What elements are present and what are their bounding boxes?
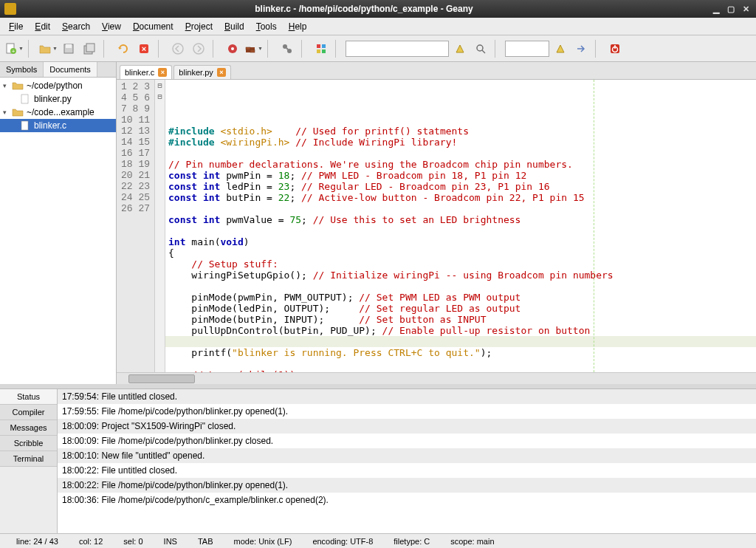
save-all-button[interactable] (80, 39, 99, 58)
message-row[interactable]: 18:00:22: File /home/pi/code/python/blin… (58, 478, 756, 493)
svg-rect-4 (66, 44, 72, 48)
quit-button[interactable] (605, 39, 625, 58)
save-button[interactable] (59, 39, 78, 58)
editor-tab-blinker-c[interactable]: blinker.c× (120, 65, 172, 79)
bottom-panel: StatusCompilerMessagesScribbleTerminal 1… (0, 388, 756, 533)
editor-tabs: blinker.c×blinker.py× (117, 62, 756, 80)
status-mode: mode: Unix (LF) (224, 537, 303, 546)
maximize-button[interactable]: ▢ (725, 3, 737, 15)
sidebar-tab-symbols[interactable]: Symbols (0, 62, 44, 77)
compile-button[interactable] (223, 39, 242, 58)
back-button[interactable] (168, 39, 188, 58)
file-icon (19, 94, 31, 104)
search-clear-button[interactable] (450, 39, 470, 58)
status-encoding: encoding: UTF-8 (302, 537, 383, 546)
menubar: FileEditSearchViewDocumentProjectBuildTo… (0, 18, 756, 35)
svg-line-18 (286, 48, 288, 49)
folder-icon (12, 107, 24, 117)
document-tree[interactable]: ▾~/code/pythonblinker.py▾~/code...exampl… (0, 78, 116, 384)
sidebar: SymbolsDocuments ▾~/code/pythonblinker.p… (0, 62, 117, 384)
svg-point-9 (173, 44, 183, 54)
bottom-tab-terminal[interactable]: Terminal (0, 451, 57, 467)
menu-project[interactable]: Project (179, 20, 219, 33)
search-find-button[interactable] (471, 39, 490, 58)
toolbar: +▼ ▼ × ▼ (0, 35, 756, 62)
tree-file[interactable]: blinker.py (0, 92, 116, 106)
reload-button[interactable] (114, 39, 133, 58)
minimize-button[interactable]: ▁ (710, 3, 722, 15)
message-row[interactable]: 18:00:09: File /home/pi/code/python/blin… (58, 434, 756, 448)
status-col: col: 12 (69, 537, 113, 546)
svg-text:+: + (12, 48, 16, 55)
status-ins: INS (154, 537, 188, 546)
build-button[interactable]: ▼ (244, 39, 263, 58)
code-area[interactable]: #include <stdio.h> // Used for printf() … (165, 80, 756, 372)
bottom-tab-compiler[interactable]: Compiler (0, 405, 57, 420)
message-row[interactable]: 18:00:22: File untitled closed. (58, 463, 756, 478)
svg-rect-28 (21, 95, 28, 103)
goto-clear-button[interactable] (551, 39, 570, 58)
goto-button[interactable] (571, 39, 591, 58)
svg-rect-21 (317, 49, 320, 53)
status-tab: TAB (188, 537, 224, 546)
tree-folder[interactable]: ▾~/code/python (0, 79, 116, 92)
message-row[interactable]: 18:00:36: File /home/pi/code/python/c_ex… (58, 493, 756, 507)
color-chooser-button[interactable] (312, 39, 331, 58)
svg-point-23 (477, 45, 483, 51)
horizontal-scrollbar[interactable] (117, 372, 756, 384)
editor: blinker.c×blinker.py× 1 2 3 4 5 6 7 8 9 … (117, 62, 756, 384)
menu-tools[interactable]: Tools (250, 20, 283, 33)
svg-rect-29 (21, 121, 28, 130)
svg-point-10 (193, 44, 204, 54)
open-file-button[interactable]: ▼ (38, 39, 58, 58)
fold-column[interactable]: ⊟ ⊟ (155, 80, 165, 372)
close-button[interactable]: ✕ (740, 3, 752, 15)
close-tab-icon[interactable]: × (158, 68, 167, 77)
svg-point-12 (231, 47, 234, 50)
file-icon (19, 120, 31, 131)
menu-view[interactable]: View (96, 20, 127, 33)
status-sel: sel: 0 (113, 537, 153, 546)
window-title: blinker.c - /home/pi/code/python/c_examp… (21, 4, 707, 14)
menu-build[interactable]: Build (219, 20, 250, 33)
run-button[interactable] (278, 39, 297, 58)
bottom-tab-scribble[interactable]: Scribble (0, 436, 57, 451)
svg-rect-22 (322, 49, 326, 53)
sidebar-tab-documents[interactable]: Documents (44, 62, 97, 77)
svg-line-24 (482, 50, 485, 53)
message-row[interactable]: 18:00:09: Project "SX1509-WiringPi" clos… (58, 419, 756, 434)
bottom-tab-status[interactable]: Status (0, 389, 57, 405)
menu-edit[interactable]: Edit (29, 20, 56, 33)
message-row[interactable]: 17:59:55: File /home/pi/code/python/blin… (58, 404, 756, 419)
message-row[interactable]: 18:00:10: New file "untitled" opened. (58, 448, 756, 463)
statusbar: line: 24 / 43 col: 12 sel: 0 INS TAB mod… (0, 533, 756, 548)
search-input[interactable] (346, 41, 449, 57)
app-icon (4, 3, 16, 15)
svg-rect-15 (250, 49, 255, 52)
bottom-tab-messages[interactable]: Messages (0, 420, 57, 436)
menu-help[interactable]: Help (283, 20, 313, 33)
menu-document[interactable]: Document (127, 20, 179, 33)
svg-rect-6 (86, 44, 94, 52)
titlebar: blinker.c - /home/pi/code/python/c_examp… (0, 0, 756, 18)
message-row[interactable]: 17:59:54: File untitled closed. (58, 389, 756, 404)
status-messages[interactable]: 17:59:54: File untitled closed.17:59:55:… (58, 389, 756, 533)
menu-search[interactable]: Search (56, 20, 96, 33)
close-tab-icon[interactable]: × (217, 68, 226, 77)
menu-file[interactable]: File (3, 20, 29, 33)
tree-folder[interactable]: ▾~/code...example (0, 106, 116, 119)
svg-rect-19 (317, 44, 320, 48)
editor-tab-blinker-py[interactable]: blinker.py× (173, 65, 230, 79)
tree-file[interactable]: blinker.c (0, 119, 116, 132)
goto-line-input[interactable] (505, 41, 549, 57)
svg-rect-20 (322, 44, 326, 48)
svg-rect-14 (246, 47, 250, 50)
line-gutter[interactable]: 1 2 3 4 5 6 7 8 9 10 11 12 13 14 15 16 1… (117, 80, 155, 372)
folder-icon (12, 81, 24, 91)
close-file-button[interactable]: × (134, 39, 154, 58)
status-line: line: 24 / 43 (6, 537, 69, 546)
svg-text:×: × (142, 44, 146, 53)
forward-button[interactable] (189, 39, 208, 58)
status-filetype: filetype: C (383, 537, 440, 546)
new-file-button[interactable]: +▼ (4, 39, 24, 58)
